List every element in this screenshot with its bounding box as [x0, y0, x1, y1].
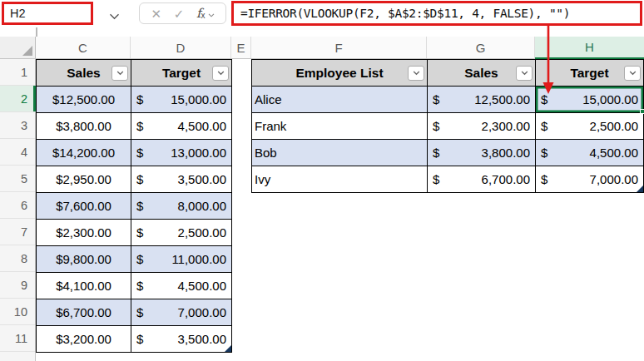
filter-chevron-icon: [116, 71, 124, 76]
row-headers: 1 2 3 4 5 6 7 8 9 10 11: [0, 59, 36, 361]
cell-d3[interactable]: $4,500.00: [131, 113, 232, 140]
cell-f2[interactable]: Alice: [252, 87, 428, 113]
cell-d9[interactable]: $4,500.00: [131, 273, 232, 299]
cell-g4[interactable]: $3,800.00: [428, 140, 536, 166]
cell-c9[interactable]: $4,100.00: [37, 273, 131, 299]
cell-f5[interactable]: Ivy: [252, 166, 428, 193]
fx-dropdown-icon: [208, 13, 215, 17]
cell-g3[interactable]: $2,300.00: [428, 113, 536, 140]
row-header-3[interactable]: 3: [0, 112, 35, 139]
selected-cell-h2[interactable]: $15,000.00: [536, 87, 644, 113]
filter-button[interactable]: [212, 66, 229, 81]
cell-c8[interactable]: $9,800.00: [37, 246, 131, 273]
annotation-box-formula: =IFERROR(VLOOKUP(F2, $A$2:$D$11, 4, FALS…: [231, 1, 642, 26]
cell-d5[interactable]: $3,500.00: [131, 166, 232, 193]
column-header-g[interactable]: G: [427, 37, 535, 58]
filter-chevron-icon: [629, 71, 637, 76]
header-cell-sales-right[interactable]: Sales: [428, 60, 536, 87]
formula-strip: H2 ✕ ✓ fx =IFERROR(VLOOKUP(F2, $A$2:$D$1…: [0, 0, 644, 27]
lookup-table: Employee List Sales Target Alice $12,500…: [251, 59, 644, 193]
cancel-icon[interactable]: ✕: [151, 7, 161, 20]
confirm-icon[interactable]: ✓: [174, 7, 185, 20]
cell-g2[interactable]: $12,500.00: [428, 87, 536, 113]
source-table: Sales Target $12,500.00 $15,000.00 $3,80…: [36, 59, 232, 353]
header-label: Sales: [464, 66, 498, 81]
cell-c3[interactable]: $3,800.00: [37, 113, 131, 140]
row-header-10[interactable]: 10: [0, 299, 35, 325]
formula-input[interactable]: =IFERROR(VLOOKUP(F2, $A$2:$D$11, 4, FALS…: [234, 7, 570, 20]
cell-c2[interactable]: $12,500.00: [37, 87, 131, 113]
header-cell-employee-list[interactable]: Employee List: [252, 60, 428, 87]
annotation-box-namebox: H2: [2, 2, 93, 25]
header-cell-target-right[interactable]: Target: [536, 60, 644, 87]
filter-chevron-icon: [413, 71, 420, 76]
namebox-divider: [36, 27, 37, 37]
cell-h5[interactable]: $7,000.00: [536, 166, 644, 193]
row-header-11[interactable]: 11: [0, 325, 35, 352]
cell-c11[interactable]: $3,200.00: [37, 326, 131, 353]
header-cell-target-left[interactable]: Target: [131, 60, 232, 87]
insert-function-icon[interactable]: fx: [196, 6, 215, 21]
name-box-dropdown-icon[interactable]: [109, 8, 120, 23]
select-all-icon: [22, 46, 32, 56]
row-header-5[interactable]: 5: [0, 166, 35, 192]
filter-chevron-icon: [521, 71, 528, 76]
filter-button[interactable]: [408, 66, 424, 81]
filter-button[interactable]: [624, 66, 641, 81]
header-label: Target: [570, 66, 608, 81]
table-resize-handle[interactable]: [225, 345, 231, 352]
cell-h3[interactable]: $2,500.00: [536, 113, 644, 140]
column-header-c[interactable]: C: [36, 37, 131, 58]
column-header-d[interactable]: D: [131, 37, 231, 58]
spreadsheet-window: H2 ✕ ✓ fx =IFERROR(VLOOKUP(F2, $A$2:$D$1…: [0, 0, 644, 361]
cell-g5[interactable]: $6,700.00: [428, 166, 536, 193]
filter-button[interactable]: [111, 66, 128, 81]
row-header-6[interactable]: 6: [0, 192, 35, 219]
row-header-9[interactable]: 9: [0, 272, 35, 299]
formula-button-group: ✕ ✓ fx: [139, 2, 226, 24]
column-header-h-selected[interactable]: H: [535, 37, 644, 59]
cell-f4[interactable]: Bob: [252, 140, 428, 166]
row-header-8[interactable]: 8: [0, 245, 35, 272]
cell-c10[interactable]: $6,700.00: [37, 299, 131, 326]
column-headers: C D E F G H: [0, 37, 644, 59]
cell-d6[interactable]: $8,000.00: [131, 193, 232, 220]
row-header-7[interactable]: 7: [0, 219, 35, 245]
cell-d7[interactable]: $2,500.00: [131, 220, 232, 246]
row-header-4[interactable]: 4: [0, 139, 35, 166]
row-header-2-selected[interactable]: 2: [0, 86, 35, 112]
cell-d4[interactable]: $13,000.00: [131, 140, 232, 166]
select-all-corner[interactable]: [0, 37, 36, 58]
column-header-f[interactable]: F: [251, 37, 427, 58]
column-header-e[interactable]: E: [231, 37, 251, 58]
row-header-1[interactable]: 1: [0, 59, 35, 86]
header-cell-sales-left[interactable]: Sales: [37, 60, 131, 87]
filter-button[interactable]: [516, 66, 533, 81]
cell-d11[interactable]: $3,500.00: [131, 326, 232, 353]
header-label: Sales: [67, 66, 101, 81]
header-label: Employee List: [295, 66, 383, 81]
cell-c5[interactable]: $2,950.00: [37, 166, 131, 193]
filter-chevron-icon: [217, 71, 225, 76]
cell-d8[interactable]: $11,000.00: [131, 246, 232, 273]
cell-d10[interactable]: $7,000.00: [131, 299, 232, 326]
name-box[interactable]: H2: [4, 7, 26, 20]
cell-c7[interactable]: $2,300.00: [37, 220, 131, 246]
table-resize-handle[interactable]: [637, 185, 643, 192]
cell-d2[interactable]: $15,000.00: [131, 87, 232, 113]
fill-handle[interactable]: [640, 109, 644, 114]
cell-f3[interactable]: Frank: [252, 113, 428, 140]
cell-c4[interactable]: $14,200.00: [37, 140, 131, 166]
header-label: Target: [162, 66, 201, 81]
cell-h4[interactable]: $4,500.00: [536, 140, 644, 166]
cell-c6[interactable]: $7,600.00: [37, 193, 131, 220]
